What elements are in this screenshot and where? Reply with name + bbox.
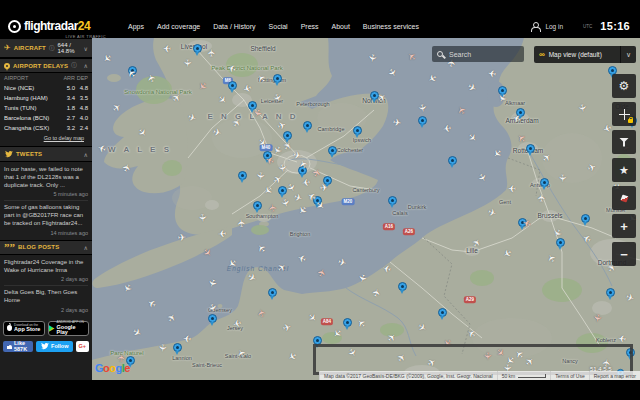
aircraft-icon[interactable]: ✈ — [355, 316, 369, 330]
aircraft-icon[interactable]: ✈ — [576, 102, 588, 114]
map-pin[interactable] — [328, 146, 337, 155]
aircraft-icon[interactable]: ✈ — [162, 43, 172, 53]
aircraft-icon[interactable]: ✈ — [465, 131, 479, 145]
aircraft-icon[interactable]: ✈ — [475, 171, 489, 185]
map-pin[interactable] — [253, 201, 262, 210]
aircraft-section-header[interactable]: ✈ AIRCRAFT ⓘ 644 / 14.8% ∨ — [0, 38, 92, 58]
aircraft-icon[interactable]: ✈ — [455, 103, 469, 117]
aircraft-icon[interactable]: ✈ — [211, 127, 223, 139]
aircraft-icon[interactable]: ✈ — [318, 182, 330, 194]
aircraft-icon[interactable]: ✈ — [441, 122, 453, 134]
aircraft-icon[interactable]: ✈ — [425, 71, 439, 85]
aircraft-icon[interactable]: ✈ — [624, 292, 637, 305]
aircraft-icon[interactable]: ✈ — [195, 79, 209, 93]
nav-item[interactable]: Press — [301, 23, 319, 30]
locate-button[interactable] — [612, 186, 636, 210]
map-pin[interactable] — [438, 308, 447, 317]
pan-lock-button[interactable] — [612, 102, 636, 126]
zoom-in-button[interactable]: + — [612, 214, 636, 238]
delay-row[interactable]: Nice (NCE)5.04.8 — [4, 83, 88, 93]
facebook-like-button[interactable]: Like 587K — [3, 341, 33, 352]
terms-link[interactable]: Terms of Use — [550, 371, 588, 380]
aircraft-icon[interactable]: ✈ — [217, 228, 228, 239]
nav-item[interactable]: Apps — [128, 23, 144, 30]
aircraft-icon[interactable]: ✈ — [405, 49, 419, 63]
map-pin[interactable] — [388, 196, 397, 205]
aircraft-icon[interactable]: ✈ — [415, 321, 429, 335]
bookmark-button[interactable]: ★ — [612, 158, 636, 182]
feed-item[interactable]: Flightradar24 Coverage in the Wake of Hu… — [4, 256, 88, 287]
map-view-selector[interactable]: ∞ Map view (default) ∨ — [534, 46, 636, 63]
aircraft-icon[interactable]: ✈ — [316, 267, 329, 280]
delay-row[interactable]: Tunis (TUN)1.84.8 — [4, 103, 88, 113]
aircraft-icon[interactable]: ✈ — [237, 218, 248, 229]
aircraft-icon[interactable]: ✈ — [255, 171, 266, 182]
map-pin[interactable] — [540, 178, 549, 187]
twitter-follow-button[interactable]: Follow — [36, 341, 72, 352]
aircraft-icon[interactable]: ✈ — [381, 262, 393, 274]
aircraft-icon[interactable]: ✈ — [264, 154, 277, 167]
report-error-link[interactable]: Report a map error — [589, 371, 640, 380]
feed-item[interactable]: In our haste, we failed to note that 1 o… — [4, 163, 88, 201]
chevron-up-icon[interactable]: ∧ — [84, 62, 88, 69]
aircraft-icon[interactable]: ✈ — [515, 131, 529, 145]
map-pin[interactable] — [193, 44, 202, 53]
tweets-section-header[interactable]: TWEETS ∧ — [0, 146, 92, 162]
aircraft-icon[interactable]: ✈ — [130, 326, 144, 340]
chevron-up-icon[interactable]: ∧ — [84, 151, 88, 158]
aircraft-icon[interactable]: ✈ — [545, 251, 559, 265]
feed-item[interactable]: Delta Goes Big, Then Goes Home2 days ago — [4, 286, 88, 316]
delay-row[interactable]: Hamburg (HAM)3.43.5 — [4, 93, 88, 103]
map-pin[interactable] — [238, 171, 247, 180]
app-store-badge[interactable]: Download on theApp Store — [3, 321, 45, 336]
aircraft-icon[interactable]: ✈ — [366, 52, 378, 64]
aircraft-icon[interactable]: ✈ — [296, 252, 309, 265]
map-pin[interactable] — [526, 144, 535, 153]
delay-row[interactable]: Barcelona (BCN)2.74.0 — [4, 113, 88, 123]
map-pin[interactable] — [208, 314, 217, 323]
delay-row[interactable]: Changsha (CSX)3.22.4 — [4, 123, 88, 133]
aircraft-icon[interactable]: ✈ — [146, 72, 159, 85]
aircraft-icon[interactable]: ✈ — [465, 326, 479, 340]
aircraft-icon[interactable]: ✈ — [336, 257, 348, 269]
aircraft-icon[interactable]: ✈ — [100, 51, 114, 65]
aircraft-icon[interactable]: ✈ — [197, 213, 208, 224]
aircraft-icon[interactable]: ✈ — [298, 158, 311, 171]
delays-section-header[interactable]: AIRPORT DELAYS ⓘ ∧ — [0, 58, 92, 73]
delay-map-link[interactable]: Go to delay map — [4, 133, 88, 145]
aircraft-icon[interactable]: ✈ — [490, 146, 504, 160]
chevron-down-icon[interactable]: ∨ — [84, 45, 88, 52]
map-canvas[interactable]: LiverpoolSheffieldNottinghamLeicesterPet… — [92, 38, 640, 380]
google-plus-button[interactable]: G+ — [76, 341, 90, 352]
aircraft-icon[interactable]: ✈ — [182, 58, 192, 68]
aircraft-icon[interactable]: ✈ — [285, 349, 299, 363]
login-button[interactable]: Log in — [545, 23, 563, 30]
aircraft-icon[interactable]: ✈ — [121, 162, 134, 175]
aircraft-icon[interactable]: ✈ — [500, 246, 514, 260]
aircraft-icon[interactable]: ✈ — [256, 307, 268, 319]
aircraft-icon[interactable]: ✈ — [356, 272, 368, 284]
aircraft-icon[interactable]: ✈ — [521, 217, 534, 230]
aircraft-icon[interactable]: ✈ — [177, 233, 188, 244]
aircraft-icon[interactable]: ✈ — [245, 271, 259, 285]
aircraft-icon[interactable]: ✈ — [125, 66, 139, 80]
flightradar24-logo[interactable]: flightradar24 LIVE AIR TRAFFIC — [8, 20, 104, 33]
aircraft-icon[interactable]: ✈ — [215, 93, 229, 107]
aircraft-icon[interactable]: ✈ — [200, 246, 214, 260]
map-pin[interactable] — [448, 156, 457, 165]
google-play-badge[interactable]: ANDROID APP ONGoogle Play — [48, 321, 90, 336]
aircraft-icon[interactable]: ✈ — [145, 296, 159, 310]
aircraft-icon[interactable]: ✈ — [157, 343, 168, 354]
map-pin[interactable] — [228, 81, 237, 90]
nav-item[interactable]: Add coverage — [157, 23, 200, 30]
aircraft-icon[interactable]: ✈ — [207, 48, 217, 58]
map-pin[interactable] — [343, 318, 352, 327]
aircraft-icon[interactable]: ✈ — [255, 241, 269, 255]
aircraft-icon[interactable]: ✈ — [486, 207, 499, 220]
feed-item[interactable]: Some of gas balloons taking part in @GB2… — [4, 201, 88, 238]
aircraft-icon[interactable]: ✈ — [135, 126, 149, 140]
map-pin[interactable] — [581, 214, 590, 223]
aircraft-icon[interactable]: ✈ — [371, 287, 383, 299]
aircraft-icon[interactable]: ✈ — [182, 333, 193, 344]
aircraft-icon[interactable]: ✈ — [120, 281, 134, 295]
